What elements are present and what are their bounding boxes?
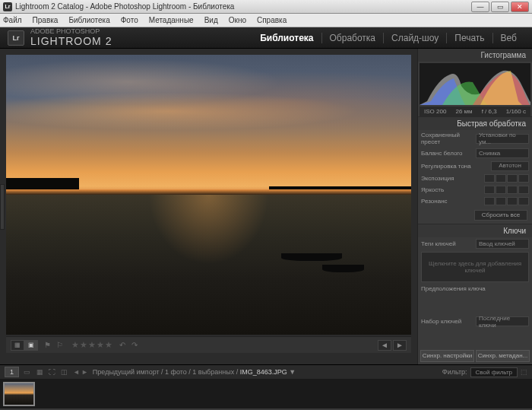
clarity-plus[interactable] [507,186,518,194]
loupe-view-button[interactable]: ▣ [24,340,38,351]
preset-label: Сохраненный пресет [421,132,473,145]
main-photo[interactable] [6,55,411,335]
preset-dropdown[interactable]: Установки по ум... [476,134,529,144]
expand-icon[interactable]: ⛶ [47,367,56,377]
vibrance-plus[interactable] [507,197,518,205]
brand-main: LIGHTROOM 2 [30,35,112,47]
exposure-minus2[interactable] [484,174,495,183]
histo-focal: 26 мм [455,108,472,115]
filter-lock-icon[interactable]: ⬚ [521,368,527,376]
app-icon: Lr [3,2,12,11]
maximize-button[interactable]: ▭ [491,2,509,12]
reset-all-button[interactable]: Сбросить все [474,210,527,221]
compare-icon[interactable]: ◫ [59,367,68,377]
exposure-minus[interactable] [496,174,506,183]
histo-iso: ISO 200 [424,108,446,115]
menu-library[interactable]: Библиотека [68,16,109,24]
breadcrumb[interactable]: Предыдущий импорт / 1 фото / 1 выбранных… [93,368,296,376]
window-title: Lightroom 2 Catalog - Adobe Photoshop Li… [15,2,471,11]
tone-label: Регулировка тона [421,163,488,170]
module-slideshow[interactable]: Слайд-шоу [384,33,447,43]
keyword-input-area[interactable]: Щелкните здесь для добавления ключей [421,252,529,282]
keywords-title[interactable]: Ключи [418,224,532,237]
sync-metadata-button[interactable]: Синхр. метадан... [476,350,530,362]
clarity-minus[interactable] [496,186,506,194]
menu-help[interactable]: Справка [257,16,287,24]
keyword-set-dropdown[interactable]: Последние ключи [476,316,529,326]
flag-pick-icon[interactable]: ⚑ [44,341,53,350]
filter-dropdown[interactable]: Свой фильтр [470,367,518,377]
nav-back-icon[interactable]: ◄ [73,368,80,376]
grid-view-button[interactable]: ▦ [11,340,24,351]
exposure-label: Экспозиция [421,175,481,182]
crumb-path: Предыдущий импорт / 1 фото / 1 выбранных… [93,368,238,376]
rotate-left-icon[interactable]: ↶ [119,341,125,349]
minimize-button[interactable]: — [471,2,489,12]
exposure-plus2[interactable] [518,174,529,183]
module-print[interactable]: Печать [447,33,492,43]
autotone-button[interactable]: Автотон [491,161,529,171]
grid-icon[interactable]: ▦ [35,367,44,377]
filter-label: Фильтр: [442,368,467,376]
vibrance-plus2[interactable] [518,197,529,205]
second-window-icon[interactable]: ▭ [24,368,30,376]
clarity-plus2[interactable] [518,186,529,194]
vibrance-minus2[interactable] [484,197,495,205]
histogram[interactable] [420,63,530,105]
quick-develop-title[interactable]: Быстрая обработка [418,117,532,130]
wb-dropdown[interactable]: Снимка [476,148,529,158]
next-photo-button[interactable]: ► [393,340,407,351]
module-develop[interactable]: Обработка [322,33,385,43]
histo-shutter: 1/160 с [506,108,526,115]
screen-indicator[interactable]: 1 [5,367,19,377]
keyword-tags-dropdown[interactable]: Ввод ключей [476,239,529,249]
menu-metadata[interactable]: Метаданные [149,16,194,24]
clarity-minus2[interactable] [484,186,495,194]
keyword-tags-label: Теги ключей [421,240,473,247]
lr-logo: Lr [8,30,24,46]
menu-photo[interactable]: Фото [121,16,138,24]
menu-window[interactable]: Окно [229,16,246,24]
thumbnail-1[interactable] [3,382,35,406]
sync-settings-button[interactable]: Синхр. настройки [420,350,474,362]
clarity-label: Яркость [421,186,481,193]
menubar: Файл Правка Библиотека Фото Метаданные В… [0,14,532,27]
rating-stars[interactable]: ★★★★★ [71,340,113,350]
exposure-plus[interactable] [507,174,518,183]
left-panel-toggle[interactable] [0,184,5,230]
nav-fwd-icon[interactable]: ► [81,368,88,376]
crumb-filename: IMG_8463.JPG [240,368,287,376]
flag-reject-icon[interactable]: ⚐ [56,341,65,350]
vibrance-minus[interactable] [496,197,506,205]
menu-edit[interactable]: Правка [33,16,59,24]
keyword-suggestions-label: Предположения ключа [421,285,529,292]
module-library[interactable]: Библиотека [252,33,321,43]
prev-photo-button[interactable]: ◄ [378,340,391,351]
vibrance-label: Резонанс [421,198,481,205]
keyword-set-label: Набор ключей [421,318,473,325]
histogram-title: Гистограмма [418,49,532,62]
close-button[interactable]: ✕ [511,2,529,12]
brand-top: ADOBE PHOTOSHOP [30,28,112,35]
histo-aperture: f / 6,3 [482,108,497,115]
module-web[interactable]: Веб [493,33,524,43]
menu-view[interactable]: Вид [204,16,218,24]
wb-label: Баланс белого [421,150,473,157]
menu-file[interactable]: Файл [3,16,22,24]
rotate-right-icon[interactable]: ↷ [131,341,138,349]
